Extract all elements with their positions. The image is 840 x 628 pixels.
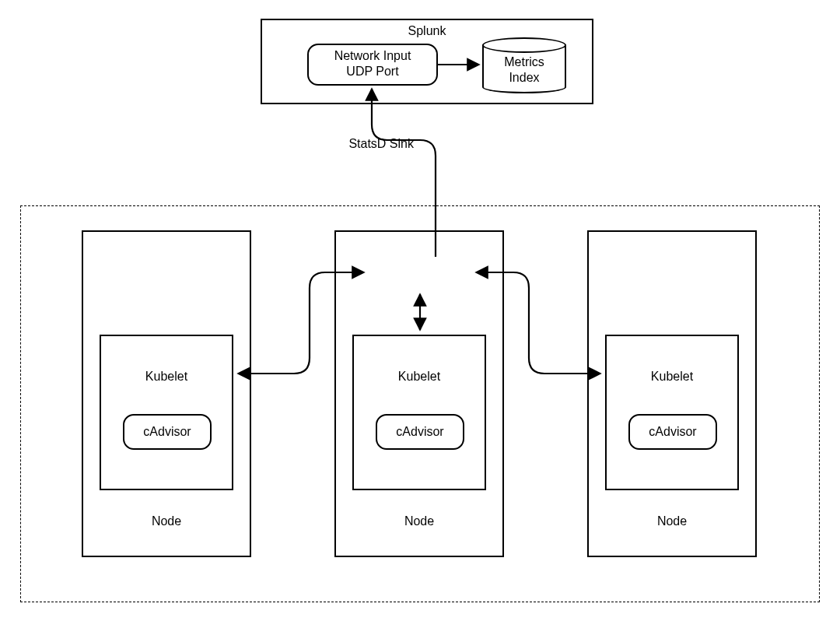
- cadvisor-label-3: cAdvisor: [628, 424, 717, 440]
- cadvisor-label-2: cAdvisor: [376, 424, 464, 440]
- kubelet-box-1: [100, 335, 233, 490]
- node-label-3: Node: [587, 514, 757, 529]
- network-input-label: Network Input UDP Port: [307, 48, 438, 79]
- kubelet-label-1: Kubelet: [100, 369, 233, 384]
- node-label-2: Node: [334, 514, 504, 529]
- kubelet-box-3: [605, 335, 739, 490]
- kubelet-box-2: [352, 335, 486, 490]
- splunk-title: Splunk: [261, 23, 593, 39]
- kubelet-label-3: Kubelet: [605, 369, 739, 384]
- kubelet-label-2: Kubelet: [352, 369, 486, 384]
- cadvisor-label-1: cAdvisor: [123, 424, 212, 440]
- metrics-index-label: Metrics Index: [485, 54, 563, 86]
- statsd-sink-label: StatsD Sink: [320, 136, 414, 152]
- diagram-canvas: Splunk Network Input UDP Port Metrics In…: [0, 0, 840, 628]
- node-label-1: Node: [82, 514, 251, 529]
